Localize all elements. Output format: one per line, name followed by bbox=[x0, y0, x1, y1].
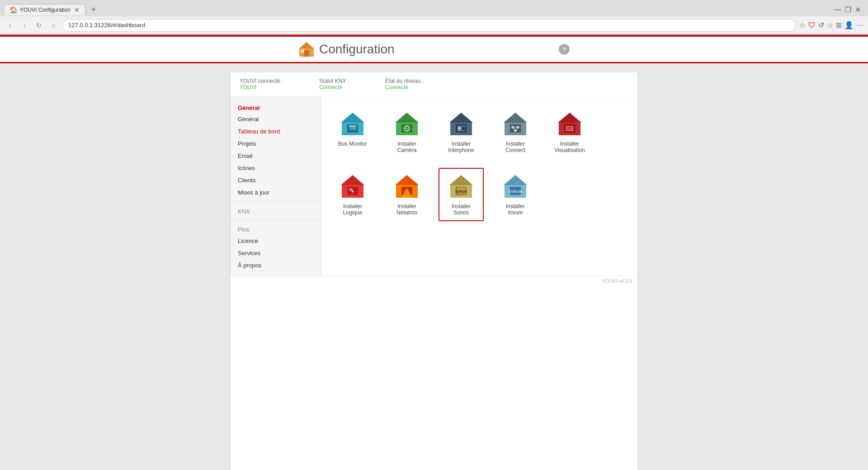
collections-icon[interactable]: ⊞ bbox=[836, 21, 842, 29]
sidebar-item-a-propos[interactable]: À propos bbox=[231, 259, 321, 271]
knx-status: Statut KNX : Connecté bbox=[319, 78, 349, 90]
installer-connect-icon bbox=[502, 111, 529, 138]
svg-marker-46 bbox=[449, 175, 473, 185]
version-label: YOUVI v4.3.6 bbox=[602, 278, 632, 284]
tab-bar: 🏠 YOUVI Configuration ✕ + — ❐ ✕ bbox=[0, 0, 868, 16]
svg-marker-42 bbox=[395, 175, 419, 185]
svg-marker-10 bbox=[395, 113, 419, 123]
url-bar[interactable]: 127.0.0.1:31226/#/dashboard bbox=[62, 19, 796, 32]
sidebar-plus-heading: Plus bbox=[231, 223, 321, 235]
sidebar-item-tableau-de-bord[interactable]: Tableau de bord bbox=[231, 125, 321, 138]
network-status: État du réseau : Connecté bbox=[385, 78, 424, 90]
svg-text:BUS: BUS bbox=[349, 127, 356, 130]
window-controls: — ❐ ✕ bbox=[834, 5, 864, 14]
svg-rect-19 bbox=[458, 127, 461, 130]
sidebar-item-icones[interactable]: Icônes bbox=[231, 162, 321, 174]
installer-connect-label: Installer Connect bbox=[498, 141, 533, 153]
refresh-button[interactable]: ↻ bbox=[33, 20, 44, 31]
sidebar-divider-1 bbox=[231, 201, 321, 202]
sidebar-item-projets[interactable]: Projets bbox=[231, 138, 321, 150]
status-bar: YOUVI connecté : YOUVI Statut KNX : Conn… bbox=[231, 72, 637, 96]
minimize-button[interactable]: — bbox=[834, 5, 841, 14]
dashboard-grid: BUS Bus Monitor bbox=[330, 105, 628, 221]
svg-marker-31 bbox=[558, 113, 581, 123]
installer-sonos-icon: SONOS bbox=[448, 173, 475, 200]
menu-icon[interactable]: ⋯ bbox=[856, 21, 863, 29]
sidebar-knx-heading: KNX bbox=[231, 204, 321, 217]
active-tab[interactable]: 🏠 YOUVI Configuration ✕ bbox=[4, 4, 85, 15]
sidebar: Général Général Tableau de bord Projets … bbox=[231, 96, 321, 276]
svg-rect-34 bbox=[567, 127, 572, 128]
sidebar-item-clients[interactable]: Clients bbox=[231, 174, 321, 186]
dashboard-area: BUS Bus Monitor bbox=[321, 96, 637, 276]
svg-marker-22 bbox=[504, 113, 527, 123]
dashboard-item-installer-logique[interactable]: + Installer Logique bbox=[330, 168, 375, 221]
installer-interphone-icon bbox=[448, 111, 475, 138]
installer-trivum-icon: STREAM bbox=[502, 173, 529, 200]
page-title: Configuration bbox=[319, 42, 395, 57]
dashboard-item-installer-trivum[interactable]: STREAM Installer trivum bbox=[493, 168, 538, 221]
address-bar: ‹ › ↻ ⌂ 127.0.0.1:31226/#/dashboard ☆ 🛡 … bbox=[0, 16, 868, 34]
new-tab-button[interactable]: + bbox=[87, 3, 100, 16]
forward-button[interactable]: › bbox=[19, 20, 30, 31]
youvi-status: YOUVI connecté : YOUVI bbox=[240, 78, 283, 90]
installer-netatmo-icon bbox=[393, 173, 420, 200]
svg-rect-40 bbox=[349, 188, 353, 191]
sidebar-item-email[interactable]: Email bbox=[231, 150, 321, 162]
dashboard-item-installer-camera[interactable]: Installer Caméra bbox=[384, 105, 429, 159]
dashboard-item-bus-monitor[interactable]: BUS Bus Monitor bbox=[330, 105, 375, 159]
installer-trivum-label: Installer trivum bbox=[498, 203, 533, 216]
svg-rect-3 bbox=[301, 49, 304, 52]
svg-point-20 bbox=[462, 127, 465, 130]
sidebar-divider-2 bbox=[231, 219, 321, 220]
installer-visualisation-icon bbox=[556, 111, 583, 138]
dashboard-item-installer-visualisation[interactable]: Installer Visualisation bbox=[547, 105, 592, 159]
profile-icon[interactable]: 👤 bbox=[844, 21, 854, 29]
installer-camera-label: Installer Caméra bbox=[390, 141, 424, 153]
knx-status-value: Connecté bbox=[319, 84, 349, 90]
tab-close-button[interactable]: ✕ bbox=[74, 6, 80, 14]
app-header: Configuration ? bbox=[0, 37, 868, 63]
sidebar-item-services[interactable]: Services bbox=[231, 247, 321, 259]
youvi-status-value: YOUVI bbox=[240, 84, 283, 90]
svg-text:STREAM: STREAM bbox=[509, 190, 522, 193]
dashboard-item-installer-netatmo[interactable]: Installer Netatmo bbox=[384, 168, 429, 221]
favorites-icon[interactable]: ☆ bbox=[827, 21, 833, 29]
bookmark-star-icon[interactable]: ☆ bbox=[799, 21, 806, 29]
bus-monitor-label: Bus Monitor bbox=[338, 141, 367, 147]
refresh-icon[interactable]: ↺ bbox=[818, 21, 824, 29]
url-text: 127.0.0.1:31226/#/dashboard bbox=[68, 22, 145, 28]
network-status-value: Connecté bbox=[385, 84, 424, 90]
browser-chrome: 🏠 YOUVI Configuration ✕ + — ❐ ✕ ‹ › ↻ ⌂ … bbox=[0, 0, 868, 35]
browser-icons: ☆ 🛡 ↺ ☆ ⊞ 👤 ⋯ bbox=[799, 21, 863, 29]
sidebar-item-licence[interactable]: Licence bbox=[231, 235, 321, 247]
dashboard-item-installer-sonos[interactable]: SONOS Installer Sonos bbox=[439, 168, 484, 221]
installer-logique-icon: + bbox=[339, 173, 366, 200]
installer-logique-label: Installer Logique bbox=[335, 203, 370, 216]
page-container: YOUVI connecté : YOUVI Statut KNX : Conn… bbox=[0, 63, 868, 470]
network-status-label: État du réseau : bbox=[385, 78, 424, 84]
home-button[interactable]: ⌂ bbox=[48, 20, 59, 31]
help-button[interactable]: ? bbox=[559, 44, 570, 55]
svg-rect-35 bbox=[567, 128, 571, 129]
svg-marker-51 bbox=[504, 175, 527, 185]
installer-interphone-label: Installer Interphone bbox=[444, 141, 478, 153]
close-button[interactable]: ✕ bbox=[855, 5, 861, 14]
svg-rect-2 bbox=[304, 50, 309, 57]
sidebar-item-mises-a-jour[interactable]: Mises à jour bbox=[231, 186, 321, 199]
installer-sonos-label: Installer Sonos bbox=[444, 203, 478, 216]
dashboard-item-installer-connect[interactable]: Installer Connect bbox=[493, 105, 538, 159]
svg-marker-1 bbox=[299, 42, 314, 48]
svg-marker-16 bbox=[449, 113, 473, 123]
svg-marker-5 bbox=[341, 113, 364, 123]
sidebar-item-general[interactable]: Général bbox=[231, 113, 321, 125]
bus-monitor-icon: BUS bbox=[339, 111, 366, 138]
maximize-button[interactable]: ❐ bbox=[845, 5, 851, 14]
content-area: Général Général Tableau de bord Projets … bbox=[231, 96, 637, 276]
sidebar-general-heading: Général bbox=[231, 101, 321, 113]
dashboard-item-installer-interphone[interactable]: Installer Interphone bbox=[439, 105, 484, 159]
shield-icon: 🛡 bbox=[808, 21, 816, 29]
tab-title: YOUVI Configuration bbox=[20, 7, 71, 13]
back-button[interactable]: ‹ bbox=[5, 20, 15, 31]
installer-visualisation-label: Installer Visualisation bbox=[552, 141, 587, 153]
